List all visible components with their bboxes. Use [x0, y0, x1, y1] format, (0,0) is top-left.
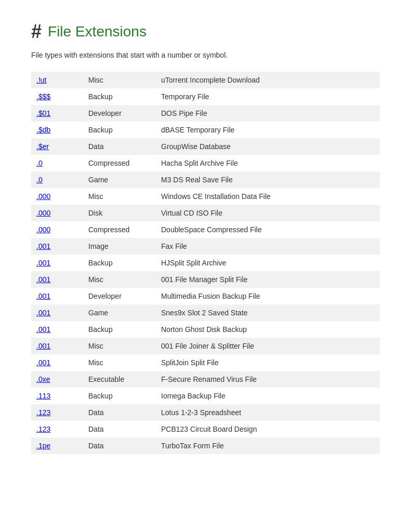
description-cell: Norton Ghost Disk Backup — [156, 321, 380, 338]
description-cell: DoubleSpace Compressed File — [156, 221, 380, 238]
table-row: .001BackupHJSplit Split Archive — [31, 255, 380, 271]
extension-link[interactable]: .0xe — [31, 371, 83, 388]
table-row: .123DataPCB123 Circuit Board Design — [31, 421, 380, 437]
category-cell: Data — [83, 138, 156, 155]
category-cell: Executable — [83, 371, 156, 388]
category-cell: Backup — [83, 255, 156, 271]
extension-link[interactable]: .001 — [31, 304, 83, 321]
extension-link[interactable]: .000 — [31, 221, 83, 238]
extension-link[interactable]: .0 — [31, 171, 83, 188]
table-row: .$erDataGroupWise Database — [31, 138, 380, 155]
category-cell: Backup — [83, 122, 156, 138]
extension-link[interactable]: .$$$ — [31, 88, 83, 105]
extension-link[interactable]: .001 — [31, 288, 83, 304]
extension-link[interactable]: .0 — [31, 155, 83, 171]
description-cell: DOS Pipe File — [156, 105, 380, 122]
extension-link[interactable]: .113 — [31, 388, 83, 404]
table-row: .001GameSnes9x Slot 2 Saved State — [31, 304, 380, 321]
table-row: .000MiscWindows CE Installation Data Fil… — [31, 188, 380, 205]
extension-link[interactable]: .001 — [31, 354, 83, 371]
extension-link[interactable]: .001 — [31, 321, 83, 338]
extension-link[interactable]: .123 — [31, 404, 83, 421]
description-cell: PCB123 Circuit Board Design — [156, 421, 380, 437]
description-cell: Iomega Backup File — [156, 388, 380, 404]
description-cell: SplitJoin Split File — [156, 354, 380, 371]
description-cell: Fax File — [156, 238, 380, 255]
hash-symbol: # — [31, 21, 42, 43]
description-cell: Temporary File — [156, 88, 380, 105]
table-row: .1peDataTurboTax Form File — [31, 437, 380, 454]
table-row: .!utMiscuTorrent Incomplete Download — [31, 72, 380, 88]
category-cell: Developer — [83, 105, 156, 122]
category-cell: Misc — [83, 188, 156, 205]
description-cell: HJSplit Split Archive — [156, 255, 380, 271]
category-cell: Backup — [83, 321, 156, 338]
category-cell: Compressed — [83, 221, 156, 238]
table-row: .001DeveloperMultimedia Fusion Backup Fi… — [31, 288, 380, 304]
description-cell: TurboTax Form File — [156, 437, 380, 454]
category-cell: Misc — [83, 338, 156, 354]
table-row: .001BackupNorton Ghost Disk Backup — [31, 321, 380, 338]
description-cell: Virtual CD ISO File — [156, 205, 380, 221]
category-cell: Game — [83, 171, 156, 188]
extension-link[interactable]: .001 — [31, 271, 83, 288]
extension-link[interactable]: .001 — [31, 255, 83, 271]
table-row: .001ImageFax File — [31, 238, 380, 255]
category-cell: Disk — [83, 205, 156, 221]
extension-link[interactable]: .001 — [31, 338, 83, 354]
table-row: .000CompressedDoubleSpace Compressed Fil… — [31, 221, 380, 238]
category-cell: Data — [83, 437, 156, 454]
extension-link[interactable]: .$01 — [31, 105, 83, 122]
table-row: .001Misc001 File Manager Split File — [31, 271, 380, 288]
description-cell: M3 DS Real Save File — [156, 171, 380, 188]
table-row: .$$$BackupTemporary File — [31, 88, 380, 105]
description-cell: 001 File Joiner & Splitter File — [156, 338, 380, 354]
table-row: .0CompressedHacha Split Archive File — [31, 155, 380, 171]
category-cell: Misc — [83, 354, 156, 371]
page-title: File Extensions — [48, 23, 147, 40]
description-cell: Multimedia Fusion Backup File — [156, 288, 380, 304]
category-cell: Data — [83, 421, 156, 437]
extension-link[interactable]: .1pe — [31, 437, 83, 454]
category-cell: Image — [83, 238, 156, 255]
table-row: .001Misc001 File Joiner & Splitter File — [31, 338, 380, 354]
extension-link[interactable]: .$er — [31, 138, 83, 155]
table-row: .0GameM3 DS Real Save File — [31, 171, 380, 188]
table-row: .0xeExecutableF-Secure Renamed Virus Fil… — [31, 371, 380, 388]
extension-link[interactable]: .000 — [31, 188, 83, 205]
description-cell: GroupWise Database — [156, 138, 380, 155]
extension-link[interactable]: .000 — [31, 205, 83, 221]
category-cell: Game — [83, 304, 156, 321]
category-cell: Developer — [83, 288, 156, 304]
description-cell: Lotus 1-2-3 Spreadsheet — [156, 404, 380, 421]
description-cell: Windows CE Installation Data File — [156, 188, 380, 205]
description-cell: Hacha Split Archive File — [156, 155, 380, 171]
category-cell: Data — [83, 404, 156, 421]
description-cell: uTorrent Incomplete Download — [156, 72, 380, 88]
table-row: .$01DeveloperDOS Pipe File — [31, 105, 380, 122]
description-cell: F-Secure Renamed Virus File — [156, 371, 380, 388]
description-cell: dBASE Temporary File — [156, 122, 380, 138]
description-cell: Snes9x Slot 2 Saved State — [156, 304, 380, 321]
page-header: # File Extensions — [31, 21, 380, 43]
category-cell: Backup — [83, 88, 156, 105]
extension-link[interactable]: .123 — [31, 421, 83, 437]
description-cell: 001 File Manager Split File — [156, 271, 380, 288]
page-description: File types with extensions that start wi… — [31, 51, 380, 59]
table-row: .001MiscSplitJoin Split File — [31, 354, 380, 371]
extension-link[interactable]: .$db — [31, 122, 83, 138]
extension-link[interactable]: .!ut — [31, 72, 83, 88]
category-cell: Misc — [83, 271, 156, 288]
extensions-table: .!utMiscuTorrent Incomplete Download.$$$… — [31, 72, 380, 454]
table-row: .$dbBackupdBASE Temporary File — [31, 122, 380, 138]
table-row: .113BackupIomega Backup File — [31, 388, 380, 404]
category-cell: Compressed — [83, 155, 156, 171]
category-cell: Backup — [83, 388, 156, 404]
extension-link[interactable]: .001 — [31, 238, 83, 255]
category-cell: Misc — [83, 72, 156, 88]
table-row: .000DiskVirtual CD ISO File — [31, 205, 380, 221]
table-row: .123DataLotus 1-2-3 Spreadsheet — [31, 404, 380, 421]
